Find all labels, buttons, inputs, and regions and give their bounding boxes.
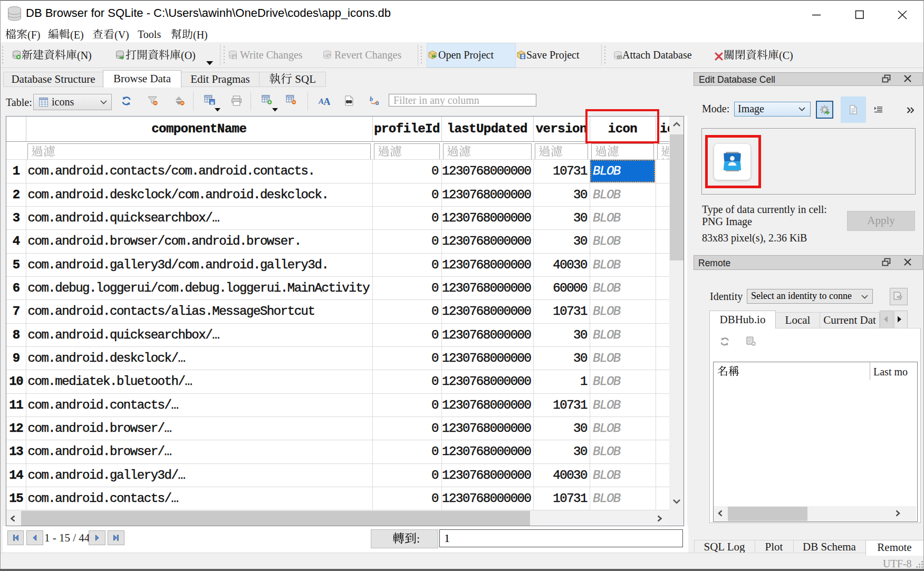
svg-text:A: A	[323, 96, 330, 106]
svg-text:b: b	[370, 96, 373, 103]
